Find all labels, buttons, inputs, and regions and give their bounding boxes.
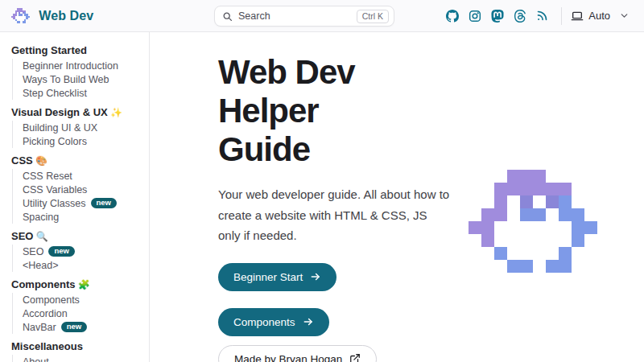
page-title-line: Web Dev — [218, 53, 452, 92]
sidebar-item-list: About Similar Useful Links — [12, 355, 138, 362]
section-emoji: 🎨 — [33, 155, 47, 167]
sidebar-section-toggle[interactable]: CSS 🎨 — [11, 151, 138, 169]
sidebar-section-title: Getting Started — [11, 44, 87, 56]
sidebar-item-label: SEO — [23, 246, 43, 257]
components-button[interactable]: Components — [218, 308, 329, 336]
search-placeholder: Search — [238, 10, 357, 22]
sidebar-item-list: SEO new <Head> — [12, 245, 138, 272]
sidebar-item[interactable]: Picking Colors — [23, 134, 138, 148]
new-badge: new — [61, 322, 87, 332]
theme-switcher[interactable]: Auto — [571, 10, 630, 23]
threads-icon[interactable] — [511, 7, 528, 24]
site-title: Web Dev — [39, 9, 93, 23]
sidebar-section-toggle[interactable]: Visual Design & UX ✨ — [11, 103, 138, 121]
sidebar-item-list: CSS Reset CSS Variables Utility Classes … — [12, 169, 138, 224]
sidebar-item-label: Step Checklist — [23, 88, 87, 99]
search-icon — [222, 11, 233, 22]
action-button-icon — [310, 271, 321, 282]
sidebar-section: Visual Design & UX ✨ Building UI & UX Pi… — [11, 103, 138, 148]
sidebar-item-label: Accordion — [23, 308, 68, 319]
github-icon[interactable] — [444, 7, 460, 24]
sidebar-section-title: CSS 🎨 — [11, 154, 47, 167]
sidebar-section-toggle[interactable]: SEO 🔍 — [11, 227, 138, 245]
sidebar-item[interactable]: Ways To Build Web — [23, 72, 138, 86]
sidebar-item-label: Components — [23, 294, 80, 306]
sidebar-item[interactable]: Step Checklist — [23, 86, 138, 100]
chevron-down-icon — [619, 10, 630, 21]
search-input[interactable]: Search Ctrl K — [214, 6, 394, 27]
hero-tagline: Your web developer guide. All about how … — [218, 184, 452, 246]
action-button-label: Components — [233, 316, 295, 328]
penguin-pixel-art — [469, 170, 610, 273]
sidebar-section: Getting Started Beginner Introduction Wa… — [11, 41, 138, 100]
sidebar-section: Miscellaneous About Similar Useful Links — [11, 337, 138, 362]
site-logo[interactable]: Web Dev — [0, 8, 203, 23]
hero-primary-actions: Beginner Start Components — [218, 263, 452, 336]
sidebar-section: CSS 🎨 CSS Reset CSS Variables Utility Cl… — [11, 151, 138, 224]
search-shortcut-badge: Ctrl K — [357, 10, 389, 23]
sidebar-item-label: Ways To Build Web — [23, 74, 109, 85]
sidebar-section-toggle[interactable]: Getting Started — [11, 41, 138, 59]
hero-secondary-actions: Made by Bryan Hogan — [218, 345, 452, 362]
rss-icon[interactable] — [534, 7, 551, 24]
section-emoji: 🧩 — [75, 279, 89, 290]
action-button-label: Made by Bryan Hogan — [234, 353, 342, 362]
sidebar-item[interactable]: Building UI & UX — [23, 121, 138, 134]
beginner-start-button[interactable]: Beginner Start — [218, 263, 336, 291]
action-button-icon — [303, 316, 314, 327]
sidebar-item[interactable]: Components — [23, 293, 138, 306]
sidebar-item[interactable]: <Head> — [23, 258, 138, 272]
sidebar-item[interactable]: NavBar new — [23, 320, 138, 334]
new-badge: new — [91, 198, 117, 208]
sidebar-item[interactable]: SEO new — [23, 245, 138, 258]
sidebar-section-title: Visual Design & UX ✨ — [11, 106, 122, 118]
sidebar-item[interactable]: About — [23, 355, 138, 362]
theme-label: Auto — [588, 10, 610, 22]
action-button-icon — [349, 353, 361, 362]
sidebar-item-label: Utility Classes — [23, 198, 86, 209]
sidebar-item-label: Beginner Introduction — [23, 60, 118, 72]
sidebar-item[interactable]: CSS Reset — [23, 169, 138, 183]
sidebar-section-title: Components 🧩 — [11, 278, 90, 290]
action-button-label: Beginner Start — [233, 271, 303, 283]
new-badge: new — [48, 246, 74, 257]
page-title: Web DevHelperGuide — [218, 53, 452, 169]
sidebar-item-label: CSS Reset — [23, 171, 72, 182]
sidebar-section-toggle[interactable]: Components 🧩 — [11, 275, 138, 293]
sidebar-nav: Getting Started Beginner Introduction Wa… — [0, 32, 150, 362]
sidebar-item[interactable]: CSS Variables — [23, 183, 138, 196]
sidebar-item-label: NavBar — [23, 322, 56, 333]
sidebar-item[interactable]: Beginner Introduction — [23, 59, 138, 72]
hero-text-column: Web DevHelperGuide Your web developer gu… — [218, 53, 452, 362]
sidebar-section-title: SEO 🔍 — [11, 230, 48, 242]
main-content: Web DevHelperGuide Your web developer gu… — [151, 32, 644, 362]
mastodon-icon[interactable] — [489, 7, 506, 24]
sidebar-item-list: Beginner Introduction Ways To Build Web … — [12, 59, 138, 100]
sidebar-item-label: CSS Variables — [23, 184, 87, 195]
sidebar-section: SEO 🔍 SEO new <Head> — [11, 227, 138, 272]
page-title-line: Guide — [218, 130, 452, 169]
section-emoji: 🔍 — [33, 231, 47, 242]
social-links — [444, 7, 551, 24]
sidebar-item[interactable]: Accordion — [23, 306, 138, 320]
laptop-icon — [571, 10, 584, 23]
instagram-icon[interactable] — [466, 7, 483, 24]
sidebar-item-label: <Head> — [23, 260, 58, 271]
header-actions: Auto — [444, 7, 644, 25]
top-nav-bar: Web Dev Search Ctrl K Auto — [0, 0, 644, 32]
sidebar-section: Components 🧩 Components Accordion NavBar… — [11, 275, 138, 334]
sidebar-item-label: Building UI & UX — [23, 122, 97, 134]
sidebar-item[interactable]: Utility Classes new — [23, 196, 138, 210]
sidebar-item-list: Components Accordion NavBar new — [12, 293, 138, 334]
hero-image-wrap — [455, 162, 624, 273]
header-divider — [561, 7, 562, 25]
sidebar-section-title: Miscellaneous — [11, 340, 83, 352]
section-emoji: ✨ — [108, 107, 122, 118]
sidebar-section-toggle[interactable]: Miscellaneous — [11, 337, 138, 355]
sidebar-item[interactable]: Spacing — [23, 210, 138, 224]
page-title-line: Helper — [218, 92, 452, 130]
sidebar-item-list: Building UI & UX Picking Colors — [12, 121, 138, 148]
penguin-logo-icon — [11, 8, 31, 23]
sidebar-item-label: About — [23, 356, 49, 362]
made-by-bryan-hogan-button[interactable]: Made by Bryan Hogan — [218, 345, 377, 362]
